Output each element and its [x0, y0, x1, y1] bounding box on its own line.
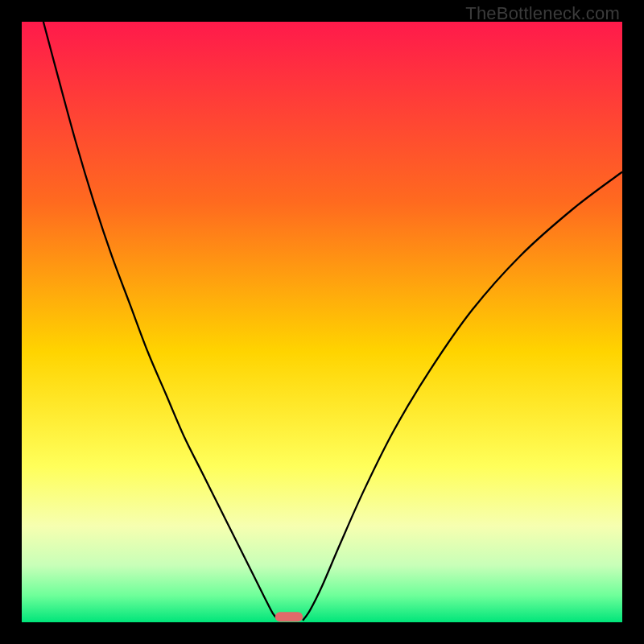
gradient-background — [22, 22, 622, 622]
min-marker — [275, 612, 303, 621]
chart-svg — [22, 22, 622, 622]
outer-frame: TheBottleneck.com — [0, 0, 644, 644]
min-marker-pill — [275, 612, 303, 621]
plot-area — [22, 22, 622, 622]
